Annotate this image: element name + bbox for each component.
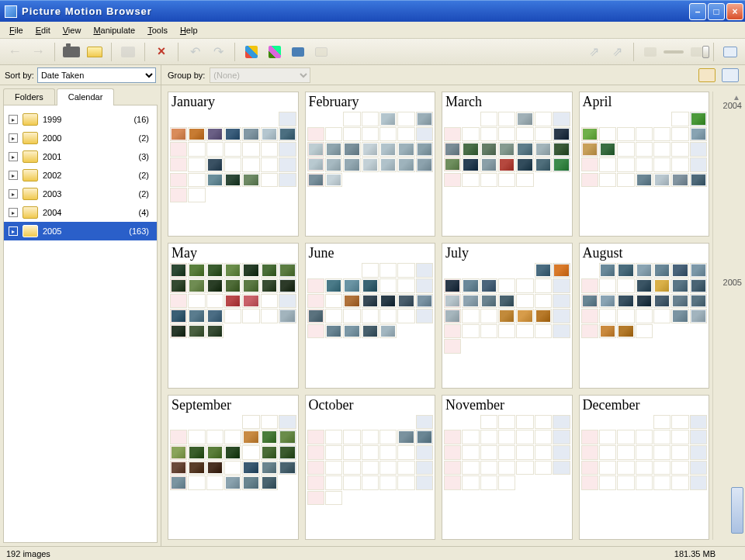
calendar-day[interactable] (170, 445, 187, 460)
tree-year-1999[interactable]: ▸1999(16) (4, 110, 157, 129)
photo-thumb[interactable] (554, 264, 568, 276)
expand-icon[interactable]: ▸ (9, 226, 18, 236)
calendar-day[interactable] (617, 324, 634, 339)
photo-thumb[interactable] (637, 175, 651, 186)
photo-thumb[interactable] (189, 264, 203, 276)
photo-thumb[interactable] (280, 264, 294, 276)
toolbar-import-folder-button[interactable] (85, 42, 105, 62)
calendar-day[interactable] (516, 142, 533, 157)
calendar-day[interactable] (553, 127, 570, 142)
calendar-day[interactable] (343, 142, 360, 157)
photo-thumb[interactable] (262, 477, 276, 489)
calendar-day[interactable] (636, 294, 653, 309)
photo-thumb[interactable] (226, 129, 240, 140)
calendar-day[interactable] (397, 430, 414, 444)
calendar-day[interactable] (307, 157, 324, 172)
photo-thumb[interactable] (601, 326, 615, 337)
calendar-day[interactable] (416, 142, 433, 157)
calendar-day[interactable] (343, 294, 360, 309)
calendar-day[interactable] (516, 309, 533, 323)
calendar-day[interactable] (416, 294, 433, 309)
photo-thumb[interactable] (244, 175, 258, 186)
calendar-day[interactable] (581, 127, 598, 142)
menu-help[interactable]: Help (174, 26, 204, 35)
photo-thumb[interactable] (673, 280, 687, 292)
calendar-day[interactable] (690, 309, 707, 323)
calendar-day[interactable] (261, 263, 278, 278)
calendar-day[interactable] (671, 263, 688, 278)
photo-thumb[interactable] (208, 129, 222, 140)
toolbar-edit-button[interactable] (241, 42, 262, 62)
calendar-day[interactable] (188, 127, 205, 142)
photo-thumb[interactable] (262, 431, 276, 443)
calendar-day[interactable] (581, 294, 598, 309)
photo-thumb[interactable] (327, 159, 341, 171)
calendar-day[interactable] (206, 278, 224, 293)
calendar-day[interactable] (307, 309, 324, 323)
menu-view[interactable]: View (57, 26, 88, 35)
photo-thumb[interactable] (619, 264, 632, 276)
photo-thumb[interactable] (619, 326, 632, 337)
calendar-day[interactable] (170, 324, 187, 339)
calendar-day[interactable] (636, 173, 653, 188)
calendar-day[interactable] (279, 309, 296, 323)
photo-thumb[interactable] (655, 175, 669, 186)
tab-folders[interactable]: Folders (3, 88, 55, 105)
photo-thumb[interactable] (262, 264, 276, 276)
photo-thumb[interactable] (482, 159, 496, 171)
calendar-day[interactable] (343, 157, 360, 172)
photo-thumb[interactable] (262, 447, 276, 458)
photo-thumb[interactable] (345, 143, 359, 155)
timeline-scrollthumb[interactable] (731, 487, 743, 534)
photo-thumb[interactable] (482, 296, 496, 307)
photo-thumb[interactable] (363, 143, 377, 155)
calendar-day[interactable] (671, 173, 688, 188)
expand-icon[interactable]: ▸ (9, 133, 18, 143)
photo-thumb[interactable] (363, 159, 377, 171)
photo-thumb[interactable] (418, 113, 431, 125)
calendar-day[interactable] (617, 294, 634, 309)
calendar-day[interactable] (599, 324, 616, 339)
photo-thumb[interactable] (226, 264, 240, 276)
photo-thumb[interactable] (244, 462, 258, 474)
calendar-day[interactable] (206, 127, 224, 142)
photo-thumb[interactable] (208, 462, 222, 474)
calendar-day[interactable] (206, 309, 224, 323)
calendar-day[interactable] (599, 294, 616, 309)
photo-thumb[interactable] (280, 280, 294, 292)
month-march[interactable]: March (442, 92, 573, 237)
calendar-day[interactable] (379, 142, 397, 157)
photo-thumb[interactable] (554, 159, 568, 171)
calendar-day[interactable] (535, 309, 552, 323)
calendar-day[interactable] (462, 157, 479, 172)
photo-thumb[interactable] (280, 431, 294, 443)
calendar-day[interactable] (206, 461, 224, 475)
photo-thumb[interactable] (463, 280, 477, 292)
photo-thumb[interactable] (172, 447, 185, 458)
calendar-day[interactable] (362, 278, 379, 293)
photo-thumb[interactable] (309, 175, 323, 186)
photo-thumb[interactable] (482, 280, 496, 292)
photo-thumb[interactable] (691, 296, 705, 307)
calendar-day[interactable] (261, 445, 278, 460)
calendar-day[interactable] (343, 278, 360, 293)
calendar-day[interactable] (170, 278, 187, 293)
photo-thumb[interactable] (673, 296, 687, 307)
month-january[interactable]: January (168, 92, 299, 237)
photo-thumb[interactable] (172, 280, 185, 292)
calendar-day[interactable] (224, 173, 241, 188)
photo-thumb[interactable] (327, 280, 341, 292)
menu-file[interactable]: File (3, 26, 29, 35)
photo-thumb[interactable] (463, 296, 477, 307)
calendar-day[interactable] (325, 157, 342, 172)
photo-thumb[interactable] (280, 462, 294, 474)
calendar-day[interactable] (379, 112, 397, 126)
photo-thumb[interactable] (418, 159, 431, 171)
calendar-day[interactable] (224, 263, 241, 278)
expand-icon[interactable]: ▸ (9, 171, 18, 180)
calendar-day[interactable] (325, 142, 342, 157)
calendar-day[interactable] (462, 294, 479, 309)
photo-thumb[interactable] (399, 143, 413, 155)
photo-thumb[interactable] (345, 159, 359, 171)
calendar-day[interactable] (690, 278, 707, 293)
